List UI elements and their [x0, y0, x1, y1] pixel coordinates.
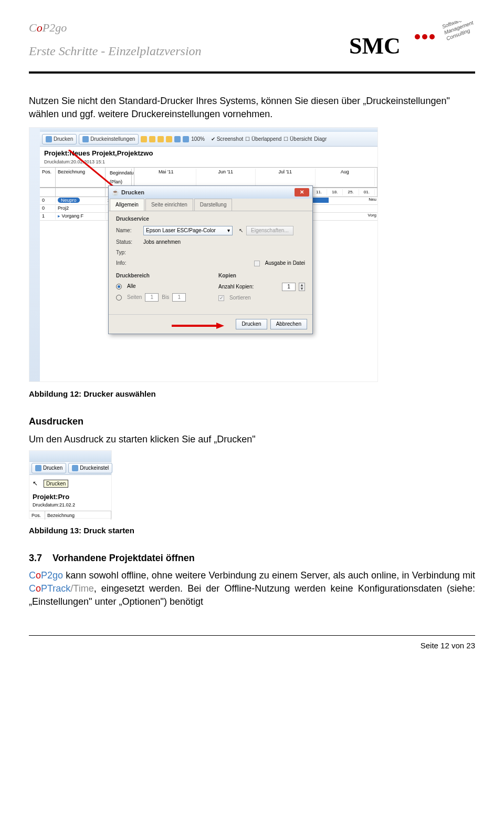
nav-prev-icon[interactable] — [149, 136, 155, 142]
printer-select[interactable]: Epson Laser ESC/Page-Color▾ — [143, 226, 233, 235]
cursor-icon: ↖ — [33, 480, 38, 487]
page-number: Seite 12 von 23 — [29, 641, 475, 650]
col-bez: Bezeichnung — [56, 168, 106, 187]
fieldset-copies: Kopien — [218, 272, 305, 280]
fieldset-range: Druckbereich — [116, 272, 203, 280]
logo-dot-icon — [422, 34, 427, 39]
logo-text: SMC — [349, 33, 401, 59]
chk-overlap[interactable]: Überlappend — [251, 136, 281, 142]
section-3-7-heading: 3.7Vorhandene Projektdatei öffnen — [29, 552, 475, 565]
screenshot-print-button: Drucken Druckeinstel ↖ Drucken Projekt:P… — [29, 450, 112, 519]
svg-marker-3 — [216, 323, 224, 329]
print-dialog: ☕Drucken ✕ Allgemein Seite einrichten Da… — [108, 185, 313, 334]
zoom-in-icon[interactable] — [183, 136, 189, 142]
copies-spinner[interactable]: 1 — [282, 283, 296, 291]
gear-icon — [72, 465, 78, 471]
product-letter-o: o — [37, 21, 43, 34]
dialog-cancel-button[interactable]: Abbrechen — [270, 319, 307, 329]
app-left-rail — [29, 128, 40, 381]
timeline-months: Mai '11Jun '11Jul '11Aug — [134, 168, 377, 187]
nav-first-icon[interactable] — [141, 136, 147, 142]
header-divider — [29, 71, 475, 74]
label-info: Info: — [116, 260, 140, 267]
toolbar-print-button[interactable]: Drucken — [32, 463, 66, 473]
company-logo: Software Management Consulting SMC — [349, 21, 475, 65]
printer-icon — [46, 136, 52, 142]
paragraph-section-3-7: CoP2go kann sowohl offline, ohne weitere… — [29, 569, 475, 609]
page-from-input[interactable]: 1 — [145, 293, 159, 302]
spinner-arrows-icon[interactable]: ▲▼ — [299, 283, 305, 291]
figure-caption-12: Abbildung 12: Drucker auswählen — [29, 388, 475, 399]
chk-screenshot[interactable]: Screenshot — [217, 136, 244, 142]
radio-pages[interactable] — [116, 295, 122, 301]
checkbox-file-output[interactable] — [254, 261, 260, 266]
fieldset-print-service: Druckservice — [116, 215, 305, 223]
tooltip: Drucken — [44, 480, 68, 488]
printer-icon — [35, 465, 41, 471]
label-type: Typ: — [116, 249, 140, 256]
col-begin: Beginndatu (Plan) — [106, 168, 134, 187]
toolbar-print-button[interactable]: Drucken — [42, 134, 77, 144]
close-button[interactable]: ✕ — [295, 188, 309, 197]
doc-subtitle: Erste Schritte - Einzelplatzversion — [29, 44, 202, 58]
tab-appearance[interactable]: Darstellung — [194, 199, 233, 211]
page-to-input[interactable]: 1 — [172, 293, 186, 302]
radio-all[interactable] — [116, 284, 122, 289]
value-status: Jobs annehmen — [143, 239, 181, 246]
paragraph-intro: Nutzen Sie nicht den Standard-Drucker Ih… — [29, 95, 475, 121]
zoom-out-icon[interactable] — [174, 136, 181, 142]
paragraph-ausdrucken: Um den Ausdruck zu starten klicken Sie a… — [29, 433, 475, 446]
product-rest: P2go — [43, 21, 67, 34]
col-pos: Pos. — [40, 168, 56, 187]
dialog-print-button[interactable]: Drucken — [236, 319, 267, 329]
task-pill: Neupro — [58, 198, 80, 203]
chevron-down-icon: ▾ — [227, 227, 230, 234]
footer-divider — [29, 635, 475, 636]
logo-dot-icon — [429, 34, 435, 39]
screenshot-print-dialog: Drucken Druckeinstellungen 100% ✔ Screen… — [29, 127, 378, 382]
label-status: Status: — [116, 239, 140, 246]
product-letter-c: C — [29, 21, 37, 34]
java-icon: ☕ — [112, 189, 119, 195]
cursor-icon: ↖ — [239, 227, 243, 234]
chk-overview[interactable]: Übersicht — [290, 136, 312, 142]
zoom-value[interactable]: 100% — [191, 136, 205, 143]
nav-next-icon[interactable] — [158, 136, 164, 142]
nav-last-icon[interactable] — [166, 136, 172, 142]
logo-dot-icon — [415, 34, 420, 39]
gantt-header: Pos. Bezeichnung Beginndatu (Plan) Mai '… — [40, 167, 377, 188]
project-title: Projekt:Neues Projekt,Projektzwo — [40, 147, 377, 158]
print-date-2: Druckdatum:21.02.2 — [29, 502, 111, 509]
section-title: Vorhandene Projektdatei öffnen — [52, 553, 195, 563]
figure-caption-13: Abbildung 13: Druck starten — [29, 525, 475, 536]
product-title: CoP2go — [29, 21, 202, 35]
tab-page-setup[interactable]: Seite einrichten — [145, 199, 193, 211]
project-title-2: Projekt:Pro — [29, 490, 111, 502]
heading-ausdrucken: Ausdrucken — [29, 415, 475, 428]
checkbox-collate[interactable]: ✓ — [218, 295, 224, 301]
properties-button[interactable]: Eigenschaften... — [246, 226, 293, 235]
dialog-title: Drucken — [121, 189, 144, 195]
page-header: CoP2go Erste Schritte - Einzelplatzversi… — [29, 21, 475, 65]
toolbar-print-settings-button[interactable]: Druckeinstellungen — [79, 134, 139, 144]
label-copies: Anzahl Kopien: — [218, 283, 254, 291]
annotation-arrow-icon — [172, 322, 224, 330]
label-name: Name: — [116, 227, 140, 234]
diag-label: Diagr — [314, 136, 327, 143]
print-date: Druckdatum:20.02.2013 15:1 — [40, 159, 377, 168]
table-header-2: Pos. Bezeichnung — [29, 511, 111, 520]
gear-icon — [82, 136, 89, 142]
section-number: 3.7 — [29, 552, 42, 565]
product-coptrack: CoPTrack/Time — [29, 583, 94, 594]
tab-general[interactable]: Allgemein — [110, 199, 144, 211]
app-toolbar: Drucken Druckeinstellungen 100% ✔ Screen… — [40, 132, 377, 147]
toolbar-print-settings-button[interactable]: Druckeinstel — [68, 463, 112, 473]
